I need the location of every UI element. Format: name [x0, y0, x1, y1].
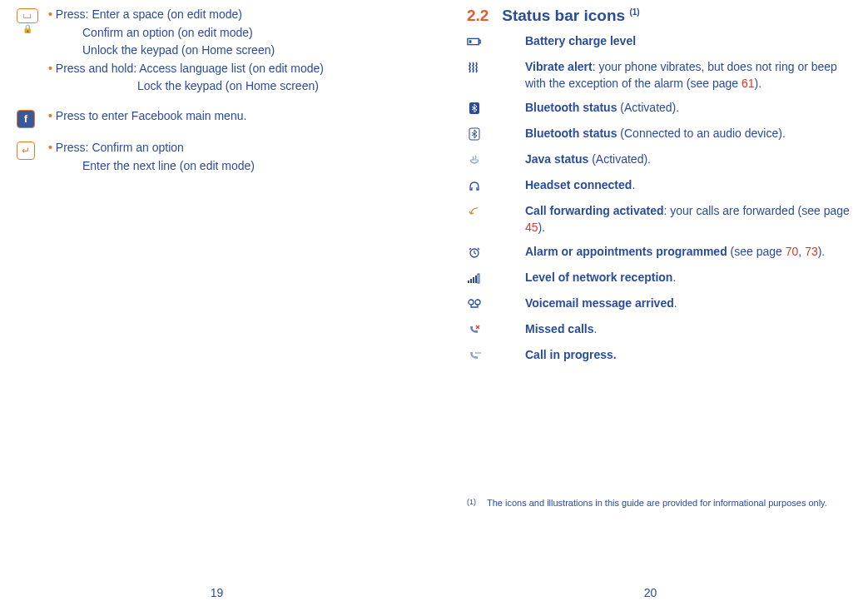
status-title: Battery charge level — [525, 34, 636, 47]
status-title: Bluetooth status — [525, 127, 617, 140]
status-desc: . — [594, 322, 598, 335]
page-number: 19 — [211, 586, 224, 599]
page-ref: 73 — [805, 245, 818, 258]
status-desc: (Activated). — [617, 101, 679, 114]
status-row-alarm: Alarm or appointments programmed (see pa… — [467, 244, 851, 261]
svg-rect-9 — [475, 276, 477, 283]
svg-point-11 — [469, 300, 474, 305]
svg-point-13 — [475, 352, 477, 354]
java-icon — [467, 153, 482, 166]
page-19: ⌴ 🔒 • Press: Enter a space (on edit mode… — [0, 0, 434, 606]
status-desc: (Connected to an audio device). — [617, 127, 785, 140]
status-title: Headset connected — [525, 178, 632, 191]
status-row-call-forward: Call forwarding activated: your calls ar… — [467, 203, 851, 236]
bluetooth-audio-icon — [467, 127, 482, 141]
text: • Press and hold: Access language list (… — [48, 61, 417, 77]
battery-icon — [467, 35, 482, 48]
facebook-key-icon — [17, 110, 35, 128]
svg-rect-8 — [473, 277, 474, 283]
bluetooth-icon — [467, 102, 482, 115]
status-desc: . — [672, 271, 676, 284]
enter-key-block: • Press: Confirm an option Enter the nex… — [17, 140, 417, 176]
section-heading: 2.2 Status bar icons (1) — [467, 7, 851, 25]
status-title: Voicemail message arrived — [525, 296, 674, 310]
status-row-vibrate: Vibrate alert: your phone vibrates, but … — [467, 59, 851, 92]
svg-rect-6 — [468, 281, 469, 283]
status-desc: . — [632, 178, 635, 191]
page-ref: 61 — [742, 77, 755, 90]
space-key-icon: ⌴ 🔒 — [17, 8, 38, 23]
footnote: (1) The icons and illustrations in this … — [467, 498, 851, 508]
page-ref: 45 — [525, 221, 538, 234]
call-progress-icon — [467, 349, 482, 362]
page-number: 20 — [644, 586, 657, 599]
status-desc: ). — [538, 221, 546, 234]
svg-rect-1 — [479, 40, 480, 43]
vibrate-icon — [467, 61, 482, 74]
svg-point-12 — [475, 300, 480, 305]
svg-rect-2 — [469, 40, 472, 43]
svg-point-15 — [479, 352, 481, 354]
status-desc: . — [674, 296, 677, 310]
status-row-call-progress: Call in progress. — [467, 347, 851, 365]
enter-key-icon — [17, 142, 35, 160]
signal-icon — [467, 271, 482, 285]
facebook-block: • Press to enter Facebook main menu. — [17, 108, 417, 128]
manual-spread: ⌴ 🔒 • Press: Enter a space (on edit mode… — [0, 0, 868, 606]
text: • Press to enter Facebook main menu. — [48, 108, 417, 125]
voicemail-icon — [467, 297, 482, 310]
text: Unlock the keypad (on Home screen) — [48, 42, 417, 59]
status-desc: (Activated). — [588, 152, 651, 166]
status-title: Call forwarding activated — [525, 204, 663, 217]
status-desc: : your calls are forwarded (see page — [663, 204, 849, 217]
status-row-headset: Headset connected. — [467, 177, 851, 195]
status-title: Level of network reception — [525, 271, 672, 284]
text: • Press: Confirm an option — [48, 140, 417, 156]
text: , — [798, 245, 805, 258]
status-title: Vibrate alert — [525, 60, 593, 73]
status-title: Alarm or appointments programmed — [525, 245, 727, 258]
status-row-bluetooth: Bluetooth status (Activated). — [467, 100, 851, 117]
status-row-signal: Level of network reception. — [467, 270, 851, 287]
text: • Press: Enter a space (on edit mode) — [48, 7, 417, 23]
status-title: Missed calls — [525, 322, 594, 335]
svg-rect-10 — [478, 274, 479, 283]
text: Enter the next line (on edit mode) — [48, 158, 417, 175]
call-forward-icon — [467, 205, 482, 218]
status-desc: ). — [818, 245, 826, 258]
status-row-java: Java status (Activated). — [467, 152, 851, 169]
status-title: Bluetooth status — [525, 101, 617, 114]
text: Confirm an option (on edit mode) — [48, 25, 417, 42]
status-row-missed-calls: Missed calls. — [467, 321, 851, 339]
svg-point-14 — [478, 352, 479, 354]
status-row-voicemail: Voicemail message arrived. — [467, 296, 851, 313]
svg-rect-7 — [470, 279, 472, 283]
missed-call-icon — [467, 323, 482, 336]
status-row-battery: Battery charge level — [467, 33, 851, 51]
alarm-icon — [467, 246, 482, 259]
status-desc: ). — [755, 77, 762, 90]
status-title: Call in progress. — [525, 348, 617, 361]
page-20: 2.2 Status bar icons (1) Battery charge … — [434, 0, 867, 606]
status-desc: (see page — [727, 245, 786, 258]
status-title: Java status — [525, 152, 588, 166]
text: Lock the keypad (on Home screen) — [48, 78, 417, 95]
page-ref: 70 — [786, 245, 799, 258]
headset-icon — [467, 179, 482, 192]
keypad-space-block: ⌴ 🔒 • Press: Enter a space (on edit mode… — [17, 7, 417, 97]
status-row-bluetooth-audio: Bluetooth status (Connected to an audio … — [467, 126, 851, 143]
